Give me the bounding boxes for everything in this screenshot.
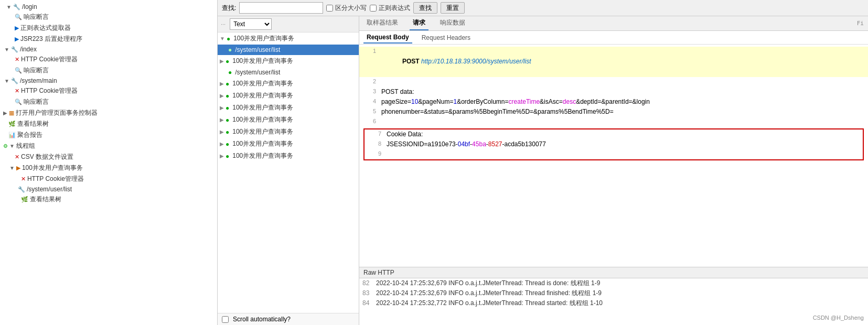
wrench-icon-2: 🔧 — [11, 46, 18, 53]
sidebar-item-concurrent-query[interactable]: ▼ ▶ 100并发用户查询事务 — [0, 162, 217, 174]
line-num-9: 9 — [367, 149, 381, 159]
req-group-8[interactable]: ▶ ● 100并发用户查询事务 — [218, 138, 359, 150]
sidebar-item-login[interactable]: ▼ 🔧 /login — [0, 2, 217, 12]
req-group-5[interactable]: ▶ ● 100并发用户查询事务 — [218, 102, 359, 114]
toggle-req-9[interactable]: ▶ — [220, 153, 224, 159]
arrow-icon-1: ▶ — [15, 25, 19, 31]
green-dot-selected: ● — [228, 46, 232, 53]
toggle-system-main[interactable]: ▼ — [4, 78, 9, 84]
line-num-2: 2 — [361, 77, 376, 87]
sub-tab-request-headers[interactable]: Request Headers — [419, 32, 474, 43]
wrench-icon-3: 🔧 — [11, 78, 18, 84]
group-icon: ▦ — [9, 110, 14, 116]
arrow-icon-2: ▶ — [15, 36, 19, 42]
sidebar-item-http-cookie-3[interactable]: ✕ HTTP Cookie管理器 — [0, 174, 217, 185]
sidebar-item-http-cookie-3-label: HTTP Cookie管理器 — [27, 175, 84, 183]
sidebar-item-thread-group[interactable]: ⚙ ▼ 线程组 — [0, 140, 217, 151]
toggle-req-8[interactable]: ▶ — [220, 141, 224, 147]
sub-tab-request-body[interactable]: Request Body — [363, 32, 412, 44]
tab-response-data[interactable]: 响应数据 — [437, 16, 468, 30]
req-group-4[interactable]: ▶ ● 100并发用户查询事务 — [218, 90, 359, 102]
sidebar-item-csv-data[interactable]: ✕ CSV 数据文件设置 — [0, 151, 217, 162]
sidebar-item-resp-assertion[interactable]: 🔍 响应断言 — [0, 12, 217, 23]
sidebar-item-regex[interactable]: ▶ 正则表达式提取器 — [0, 23, 217, 34]
req-group-3[interactable]: ▶ ● 100并发用户查询事务 — [218, 78, 359, 90]
toggle-req-6[interactable]: ▶ — [220, 117, 224, 123]
green-dot-2: ● — [226, 58, 229, 65]
search-input[interactable] — [239, 2, 323, 14]
toggle-thread-group[interactable]: ▼ — [9, 143, 15, 149]
code-content-7: Cookie Data: — [387, 129, 861, 139]
req-group-6[interactable]: ▶ ● 100并发用户查询事务 — [218, 114, 359, 126]
green-dot-4: ● — [226, 92, 229, 100]
req-group-9[interactable]: ▶ ● 100并发用户查询事务 — [218, 150, 359, 162]
sidebar-item-concurrent-label: 100并发用户查询事务 — [22, 164, 83, 172]
sidebar-item-open-user-mgmt[interactable]: ▶ ▦ 打开用户管理页面事务控制器 — [0, 107, 217, 118]
case-sensitive-group: 区分大小写 — [326, 4, 367, 13]
req-group-1[interactable]: ▼ ● 100并发用户查询事务 — [218, 32, 359, 45]
req-group-2-label: 100并发用户查询事务 — [232, 57, 293, 66]
sidebar-item-aggregate[interactable]: 📊 聚合报告 — [0, 129, 217, 140]
toggle-req-5[interactable]: ▶ — [220, 105, 224, 111]
toggle-concurrent[interactable]: ▼ — [9, 165, 15, 171]
toggle-req-3[interactable]: ▶ — [220, 81, 224, 86]
sidebar-item-system-main-label: /system/main — [20, 77, 57, 84]
search-icon-3: 🔍 — [15, 99, 22, 105]
green-dot-2a: ● — [228, 69, 232, 76]
sub-tabs-row: Request Body Request Headers — [359, 31, 868, 45]
sidebar-item-view-result-1[interactable]: 🌿 查看结果树 — [0, 118, 217, 129]
req-item-1[interactable]: ● /system/user/list — [218, 45, 359, 55]
sidebar-item-jsr223[interactable]: ▶ JSR223 后置处理程序 — [0, 34, 217, 45]
x-icon-1: ✕ — [15, 56, 19, 63]
sidebar-item-http-cookie-2-label: HTTP Cookie管理器 — [21, 86, 78, 95]
req-group-2[interactable]: ▶ ● 100并发用户查询事务 — [218, 55, 359, 67]
regex-checkbox[interactable] — [370, 5, 377, 12]
req-group-7[interactable]: ▶ ● 100并发用户查询事务 — [218, 126, 359, 138]
sidebar-item-resp-assertion-2[interactable]: 🔍 响应断言 — [0, 65, 217, 76]
reset-button[interactable]: 重置 — [441, 2, 465, 14]
sidebar-item-http-cookie-2[interactable]: ✕ HTTP Cookie管理器 — [0, 85, 217, 96]
toggle-login[interactable]: ▼ — [6, 4, 12, 10]
sidebar-item-resp-assertion-3[interactable]: 🔍 响应断言 — [0, 96, 217, 107]
req-group-7-label: 100并发用户查询事务 — [232, 127, 293, 136]
sidebar-item-regex-label: 正则表达式提取器 — [20, 24, 71, 32]
sidebar-item-index-label: /index — [20, 46, 37, 53]
case-sensitive-checkbox[interactable] — [326, 5, 333, 12]
toggle-req-2[interactable]: ▶ — [220, 58, 224, 64]
toggle-req-1[interactable]: ▼ — [220, 36, 225, 41]
sidebar-item-index[interactable]: ▼ 🔧 /index — [0, 45, 217, 54]
main-content: 查找: 区分大小写 正则表达式 查找 重置 ··· Text JSON XML … — [218, 0, 868, 325]
log-line-82: 82 2022-10-24 17:25:32,679 INFO o.a.j.t.… — [359, 278, 868, 288]
case-sensitive-label: 区分大小写 — [335, 4, 367, 13]
x-icon-3: ✕ — [15, 154, 19, 160]
sidebar-item-system-user-list[interactable]: 🔧 /system/user/list — [0, 185, 217, 194]
regex-group: 正则表达式 — [370, 4, 410, 13]
find-button[interactable]: 查找 — [413, 2, 437, 14]
line-num-5: 5 — [361, 107, 376, 117]
sidebar-item-login-label: /login — [22, 3, 37, 10]
x-icon-4: ✕ — [21, 176, 26, 182]
toggle-open-user[interactable]: ▶ — [3, 110, 7, 116]
req-item-2[interactable]: ● /system/user/list — [218, 67, 359, 78]
arrow-icon-3: ▶ — [16, 165, 20, 171]
code-line-4: 4 pageSize=10&pageNum=1&orderByColumn=cr… — [359, 97, 868, 107]
scroll-auto-label: Scroll automatically? — [233, 316, 291, 323]
tab-request[interactable]: 请求 — [410, 16, 428, 30]
sidebar-item-view-result-2[interactable]: 🌿 查看结果树 — [0, 194, 217, 205]
sidebar-item-http-cookie-1[interactable]: ✕ HTTP Cookie管理器 — [0, 54, 217, 65]
tab-sampler-result[interactable]: 取样器结果 — [363, 16, 401, 30]
log-text-84: 2022-10-24 17:25:32,772 INFO o.a.j.t.JMe… — [376, 299, 603, 307]
scroll-auto-checkbox[interactable] — [222, 316, 229, 323]
toggle-req-7[interactable]: ▶ — [220, 129, 224, 135]
sidebar-item-thread-group-label: 线程组 — [16, 142, 35, 150]
sidebar-item-system-main[interactable]: ▼ 🔧 /system/main — [0, 76, 217, 85]
format-select[interactable]: Text JSON XML HTML — [230, 18, 272, 30]
toggle-req-4[interactable]: ▶ — [220, 93, 224, 99]
request-tree-header: ··· Text JSON XML HTML — [218, 16, 359, 32]
sidebar-item-system-user-list-label: /system/user/list — [27, 186, 72, 193]
log-num-83: 83 — [362, 289, 369, 297]
toggle-index[interactable]: ▼ — [4, 47, 9, 52]
search-bar: 查找: 区分大小写 正则表达式 查找 重置 — [218, 0, 868, 16]
log-panel: 82 2022-10-24 17:25:32,679 INFO o.a.j.t.… — [359, 278, 868, 325]
code-line-7: 7 Cookie Data: — [365, 129, 863, 139]
